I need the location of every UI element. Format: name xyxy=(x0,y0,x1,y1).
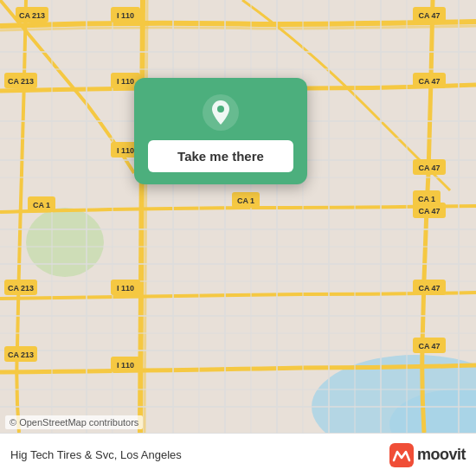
svg-text:CA 213: CA 213 xyxy=(8,351,34,359)
svg-text:I 110: I 110 xyxy=(117,361,134,370)
svg-text:CA 47: CA 47 xyxy=(418,207,440,215)
bottom-bar: Hig Tech Tires & Svc, Los Angeles moovit xyxy=(0,433,476,476)
svg-text:I 110: I 110 xyxy=(117,77,134,86)
moovit-logo-icon xyxy=(389,443,414,467)
map-background: CA 213 I 110 CA 47 CA 213 I 110 CA 47 I … xyxy=(0,0,476,433)
popup-card: Take me there xyxy=(134,78,307,184)
svg-point-3 xyxy=(26,208,104,277)
svg-text:CA 47: CA 47 xyxy=(418,77,440,86)
take-me-there-button[interactable]: Take me there xyxy=(148,140,293,172)
svg-rect-71 xyxy=(389,443,414,467)
svg-text:CA 1: CA 1 xyxy=(418,195,435,203)
svg-text:I 110: I 110 xyxy=(117,284,134,293)
moovit-logo: moovit xyxy=(389,443,466,467)
svg-text:I 110: I 110 xyxy=(117,146,134,155)
location-pin-icon xyxy=(202,93,240,132)
svg-text:CA 213: CA 213 xyxy=(8,284,34,293)
svg-text:CA 47: CA 47 xyxy=(418,164,440,172)
svg-text:CA 1: CA 1 xyxy=(33,201,50,209)
svg-point-70 xyxy=(217,106,224,113)
svg-text:CA 47: CA 47 xyxy=(418,11,440,20)
svg-text:CA 213: CA 213 xyxy=(19,11,45,20)
svg-text:CA 47: CA 47 xyxy=(418,284,440,293)
svg-text:CA 47: CA 47 xyxy=(418,342,440,351)
map-container: CA 213 I 110 CA 47 CA 213 I 110 CA 47 I … xyxy=(0,0,476,433)
moovit-brand-text: moovit xyxy=(417,446,466,464)
svg-text:CA 1: CA 1 xyxy=(237,196,254,205)
svg-text:CA 213: CA 213 xyxy=(8,77,34,86)
location-label: Hig Tech Tires & Svc, Los Angeles xyxy=(10,448,389,461)
svg-text:I 110: I 110 xyxy=(117,11,134,20)
osm-credit: © OpenStreetMap contributors xyxy=(5,415,143,429)
